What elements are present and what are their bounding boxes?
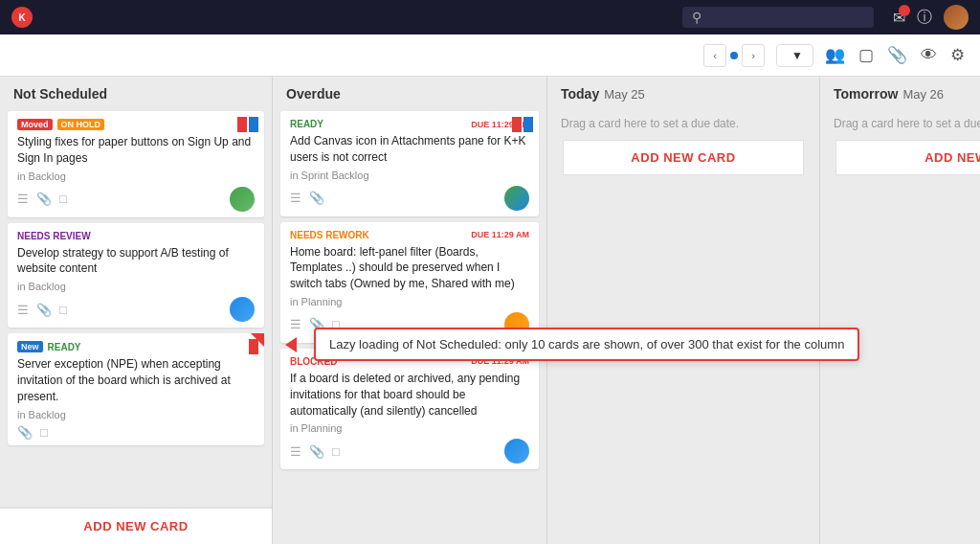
chat-icon[interactable]: ▢ <box>858 45 874 65</box>
card-badges: NEEDS REWORKDUE 11:29 AM <box>290 230 529 240</box>
filter-button[interactable]: ▼ <box>776 44 813 67</box>
card-badges: NEEDS REVIEW <box>17 231 255 241</box>
logo-icon: K <box>11 7 33 28</box>
card-title: Server exception (NPE) when accepting in… <box>17 356 255 404</box>
notification-badge <box>899 5 910 16</box>
add-new-card-button[interactable]: ADD NEW <box>835 140 980 175</box>
card-footer: ☰📎□ <box>17 297 255 322</box>
flag-red <box>512 117 522 132</box>
card-footer: ☰📎 <box>290 186 529 211</box>
checklist-icon: ☰ <box>17 192 29 206</box>
card-c6[interactable]: BLOCKEDDUE 11:29 AMIf a board is deleted… <box>280 349 539 469</box>
card-footer: ☰📎□ <box>17 187 255 212</box>
top-nav: K ⚲ ✉ ⓘ <box>0 0 980 34</box>
eye-icon[interactable]: 👁 <box>921 46 937 65</box>
column-today: TodayMay 25Drag a card here to set a due… <box>547 77 820 544</box>
card-title: Develop strategy to support A/B testing … <box>17 245 255 278</box>
card-avatar <box>230 297 255 322</box>
badge-on-hold: ON HOLD <box>57 119 105 130</box>
add-new-card-button[interactable]: ADD NEW CARD <box>563 140 804 175</box>
card-title: Add Canvas icon in Attachments pane for … <box>290 133 529 166</box>
card-flags <box>249 339 258 354</box>
nav-position-dot <box>730 52 738 59</box>
annotation-box: Lazy loading of Not Scheduled: only 10 c… <box>314 328 859 361</box>
checklist-icon: ☰ <box>290 317 301 331</box>
column-overdue: OverdueREADYDUE 11:29 AMAdd Canvas icon … <box>273 77 547 544</box>
card-c3[interactable]: NewREADYServer exception (NPE) when acce… <box>8 333 264 444</box>
comment-icon: □ <box>59 303 67 317</box>
attachment-icon: 📎 <box>309 191 324 205</box>
card-c1[interactable]: MovedON HOLDStyling fixes for paper butt… <box>8 111 264 217</box>
annotation-text: Lazy loading of Not Scheduled: only 10 c… <box>329 337 844 351</box>
card-avatar <box>504 439 529 464</box>
column-header-today: TodayMay 25 <box>547 77 819 107</box>
column-cards-today: Drag a card here to set a due date.ADD N… <box>547 107 819 544</box>
attachment-icon: 📎 <box>309 444 324 459</box>
settings-icon[interactable]: ⚙ <box>950 45 965 65</box>
user-avatar[interactable] <box>944 5 969 30</box>
column-date: May 25 <box>604 87 645 102</box>
attachment-icon: 📎 <box>36 192 52 206</box>
card-location: in Sprint Backlog <box>290 170 529 181</box>
card-flags <box>512 117 533 132</box>
card-avatar <box>504 186 529 211</box>
filter-dropdown-icon: ▼ <box>791 49 803 62</box>
card-badges: MovedON HOLD <box>17 119 255 130</box>
card-location: in Backlog <box>17 170 255 182</box>
add-new-card-button[interactable]: ADD NEW CARD <box>0 507 272 544</box>
column-title: Tomorrow <box>834 86 898 102</box>
nav-icons: ✉ ⓘ <box>893 5 969 30</box>
attachment-icon: 📎 <box>36 303 52 317</box>
card-title: Home board: left-panel filter (Boards, T… <box>290 244 529 292</box>
card-location: in Planning <box>290 422 529 434</box>
column-header-tomorrow: TomorrowMay 26 <box>820 77 980 107</box>
badge-moved: Moved <box>17 119 53 130</box>
nav-prev-arrow[interactable]: ‹ <box>703 44 726 67</box>
search-icon: ⚲ <box>692 10 702 25</box>
card-footer: ☰📎□ <box>290 439 529 464</box>
card-c4[interactable]: READYDUE 11:29 AMAdd Canvas icon in Atta… <box>280 111 539 216</box>
columns-area: Not ScheduledMovedON HOLDStyling fixes f… <box>0 77 980 544</box>
card-footer: 📎□ <box>17 425 255 440</box>
checklist-icon: ☰ <box>17 303 29 317</box>
column-title: Not Scheduled <box>13 86 107 102</box>
flag-blue <box>249 117 258 132</box>
badge-needs-review: NEEDS REVIEW <box>17 231 91 241</box>
checklist-icon: ☰ <box>290 191 301 205</box>
column-title: Overdue <box>286 86 341 102</box>
nav-arrows: ‹ › <box>703 44 765 67</box>
comment-icon: □ <box>332 444 340 459</box>
app-logo: K <box>11 7 38 28</box>
column-not-scheduled: Not ScheduledMovedON HOLDStyling fixes f… <box>0 77 273 544</box>
card-title: Styling fixes for paper buttons on Sign … <box>17 134 255 167</box>
nav-next-arrow[interactable]: › <box>742 44 765 67</box>
card-badges: NewREADY <box>17 341 255 352</box>
comment-icon: □ <box>59 192 67 206</box>
annotation-arrow <box>285 337 297 352</box>
column-header-overdue: Overdue <box>273 77 546 107</box>
card-badges: READYDUE 11:29 AM <box>290 119 529 129</box>
members-icon[interactable]: 👥 <box>825 45 845 65</box>
column-cards-not-scheduled: MovedON HOLDStyling fixes for paper butt… <box>0 107 272 507</box>
attachment-icon[interactable]: 📎 <box>887 45 907 65</box>
card-location: in Planning <box>290 296 529 307</box>
badge-due: DUE 11:29 AM <box>471 230 529 239</box>
breadcrumb-bar: ‹ › ▼ 👥 ▢ 📎 👁 ⚙ <box>0 34 980 77</box>
card-c2[interactable]: NEEDS REVIEWDevelop strategy to support … <box>8 223 264 329</box>
search-input[interactable] <box>707 11 851 25</box>
badge-ready: READY <box>48 342 81 352</box>
checklist-icon: ☰ <box>290 444 301 459</box>
notifications-icon[interactable]: ✉ <box>893 9 905 27</box>
badge-needs-rework: NEEDS REWORK <box>290 230 369 240</box>
attachment-icon: 📎 <box>17 425 33 440</box>
flag-red <box>249 339 258 354</box>
card-location: in Backlog <box>17 281 255 292</box>
search-bar[interactable]: ⚲ <box>682 7 874 28</box>
column-header-not-scheduled: Not Scheduled <box>0 77 272 107</box>
column-date: May 26 <box>902 87 944 102</box>
card-avatar <box>230 187 255 212</box>
card-c5[interactable]: NEEDS REWORKDUE 11:29 AMHome board: left… <box>280 222 539 343</box>
drag-hint: Drag a card here to set a due date. <box>828 111 980 134</box>
help-icon[interactable]: ⓘ <box>917 8 932 28</box>
column-cards-tomorrow: Drag a card here to set a due date.ADD N… <box>820 107 980 544</box>
